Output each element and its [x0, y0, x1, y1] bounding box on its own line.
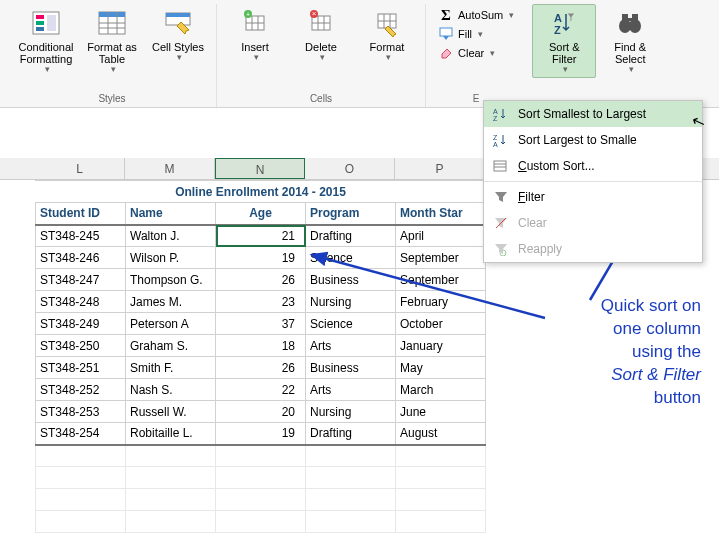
cell[interactable]: James M.	[126, 291, 216, 313]
insert-icon: +	[239, 7, 271, 39]
menu-separator	[484, 181, 702, 182]
cell[interactable]: 18	[216, 335, 306, 357]
cell[interactable]: ST348-251	[36, 357, 126, 379]
cell[interactable]: Science	[306, 313, 396, 335]
insert-label: Insert	[241, 41, 269, 53]
cell[interactable]: 26	[216, 357, 306, 379]
cell[interactable]: Arts	[306, 335, 396, 357]
cell[interactable]: ST348-250	[36, 335, 126, 357]
cell-styles-button[interactable]: Cell Styles	[146, 4, 210, 78]
format-as-table-button[interactable]: Format as Table	[80, 4, 144, 78]
cell[interactable]: ST348-248	[36, 291, 126, 313]
cell[interactable]: Drafting	[306, 423, 396, 445]
menu-filter-label: Filter	[518, 190, 545, 204]
format-button[interactable]: Format	[355, 4, 419, 66]
cell[interactable]: ST348-246	[36, 247, 126, 269]
cell[interactable]: Russell W.	[126, 401, 216, 423]
svg-rect-12	[166, 13, 190, 17]
col-header-L[interactable]: L	[35, 158, 125, 179]
fill-button[interactable]: Fill	[434, 25, 518, 43]
anno-l1: Quick sort on	[601, 296, 701, 315]
insert-button[interactable]: + Insert	[223, 4, 287, 66]
sort-filter-button[interactable]: AZ Sort & Filter	[532, 4, 596, 78]
cell[interactable]: Nursing	[306, 401, 396, 423]
find-select-button[interactable]: Find & Select	[598, 4, 662, 78]
svg-text:×: ×	[312, 9, 317, 18]
hdr-program[interactable]: Program	[306, 203, 396, 225]
cell[interactable]: Smith F.	[126, 357, 216, 379]
cell[interactable]: Science	[306, 247, 396, 269]
cell[interactable]: Arts	[306, 379, 396, 401]
svg-text:Z: Z	[554, 24, 561, 36]
cell[interactable]: March	[396, 379, 486, 401]
cell[interactable]: ST348-253	[36, 401, 126, 423]
cell[interactable]: May	[396, 357, 486, 379]
cell[interactable]: Robitaille L.	[126, 423, 216, 445]
sort-filter-menu: AZ Sort Smallest to Largest ZA Sort Larg…	[483, 100, 703, 263]
sheet-title[interactable]: Online Enrollment 2014 - 2015	[36, 181, 486, 203]
delete-button[interactable]: × Delete	[289, 4, 353, 66]
cell[interactable]: Wilson P.	[126, 247, 216, 269]
col-header-O[interactable]: O	[305, 158, 395, 179]
cell[interactable]: September	[396, 247, 486, 269]
cell[interactable]: Nursing	[306, 291, 396, 313]
col-header-N[interactable]: N	[215, 158, 305, 179]
cell[interactable]: Nash S.	[126, 379, 216, 401]
cell[interactable]: Walton J.	[126, 225, 216, 247]
menu-sort-desc[interactable]: ZA Sort Largest to Smalle	[484, 127, 702, 153]
anno-l5: button	[654, 388, 701, 407]
table-row: ST348-247Thompson G.26BusinessSeptember	[36, 269, 486, 291]
col-header-M[interactable]: M	[125, 158, 215, 179]
clear-button[interactable]: Clear	[434, 44, 518, 62]
cell[interactable]: 19	[216, 247, 306, 269]
hdr-month[interactable]: Month Star	[396, 203, 486, 225]
hdr-age[interactable]: Age	[216, 203, 306, 225]
find-select-label: Find & Select	[601, 41, 659, 65]
sort-filter-label: Sort & Filter	[535, 41, 593, 65]
menu-sort-asc[interactable]: AZ Sort Smallest to Largest	[484, 101, 702, 127]
cell[interactable]: 23	[216, 291, 306, 313]
menu-custom-sort-label: Custom Sort...	[518, 159, 595, 173]
cell[interactable]: ST348-245	[36, 225, 126, 247]
cell[interactable]: 26	[216, 269, 306, 291]
anno-l3: using the	[632, 342, 701, 361]
cell[interactable]: Peterson A	[126, 313, 216, 335]
cell[interactable]: ST348-254	[36, 423, 126, 445]
cell[interactable]: ST348-247	[36, 269, 126, 291]
cell[interactable]: Drafting	[306, 225, 396, 247]
autosum-button[interactable]: Σ AutoSum	[434, 6, 518, 24]
cell[interactable]: ST348-252	[36, 379, 126, 401]
hdr-student-id[interactable]: Student ID	[36, 203, 126, 225]
cell[interactable]: Graham S.	[126, 335, 216, 357]
cell[interactable]: January	[396, 335, 486, 357]
cell[interactable]: 21	[216, 225, 306, 247]
styles-group-label: Styles	[98, 91, 125, 107]
cell[interactable]: April	[396, 225, 486, 247]
menu-custom-sort[interactable]: Custom Sort...	[484, 153, 702, 179]
cell[interactable]: June	[396, 401, 486, 423]
cell[interactable]: August	[396, 423, 486, 445]
cell[interactable]: 37	[216, 313, 306, 335]
svg-text:A: A	[554, 12, 562, 24]
cell[interactable]: 19	[216, 423, 306, 445]
ribbon: Conditional Formatting Format as Table C…	[0, 0, 719, 108]
cell[interactable]: February	[396, 291, 486, 313]
anno-l2: one column	[613, 319, 701, 338]
table-row: ST348-253Russell W.20NursingJune	[36, 401, 486, 423]
cell[interactable]: 22	[216, 379, 306, 401]
cell[interactable]: Business	[306, 357, 396, 379]
svg-text:Z: Z	[493, 134, 498, 141]
cell[interactable]: Business	[306, 269, 396, 291]
cell[interactable]: Thompson G.	[126, 269, 216, 291]
conditional-formatting-button[interactable]: Conditional Formatting	[14, 4, 78, 78]
menu-clear-label: Clear	[518, 216, 547, 230]
hdr-name[interactable]: Name	[126, 203, 216, 225]
cell[interactable]: 20	[216, 401, 306, 423]
cells-group-label: Cells	[310, 91, 332, 107]
cell[interactable]: October	[396, 313, 486, 335]
menu-filter[interactable]: Filter	[484, 184, 702, 210]
menu-sort-asc-label: Sort Smallest to Largest	[518, 107, 646, 121]
col-header-P[interactable]: P	[395, 158, 485, 179]
cell[interactable]: ST348-249	[36, 313, 126, 335]
cell[interactable]: September	[396, 269, 486, 291]
